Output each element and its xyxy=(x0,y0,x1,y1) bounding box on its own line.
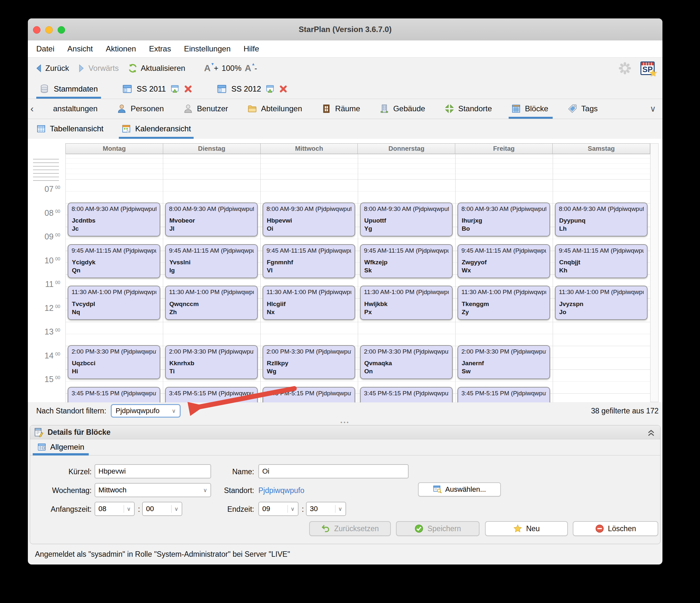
button-label: Speichern xyxy=(427,524,461,533)
calendar-event[interactable]: 9:45 AM-11:15 AM (Pjdpiwqwpufo)YvsslniIg xyxy=(165,244,258,278)
splitter-handle[interactable]: ••• xyxy=(28,420,662,425)
back-icon xyxy=(35,64,42,73)
endzeit-minute-select[interactable]: 30 ∨ xyxy=(306,502,346,516)
view-tab-kalenderansicht[interactable]: Kalenderansicht xyxy=(120,119,192,139)
back-button[interactable]: Zurück xyxy=(35,64,69,73)
zurcksetzen-button[interactable]: Zurücksetzen xyxy=(309,521,391,536)
calendar-event[interactable]: 8:00 AM-9:30 AM (Pjdpiwqwpufo)DyypunqLh xyxy=(555,203,648,236)
menu-item-aktionen[interactable]: Aktionen xyxy=(106,44,136,53)
font-plus-label[interactable]: + xyxy=(214,64,218,73)
calendar-event[interactable]: 2:00 PM-3:30 PM (Pjdpiwqwpufo)UqzbcciHi xyxy=(68,345,160,379)
close-x-icon[interactable] xyxy=(279,85,288,93)
entity-tab-benutzer[interactable]: Benutzer xyxy=(183,99,228,119)
menu-item-datei[interactable]: Datei xyxy=(36,44,54,53)
name-label: Name: xyxy=(198,468,254,476)
view-tab-tabellenansicht[interactable]: Tabellenansicht xyxy=(35,119,105,139)
calendar-event[interactable]: 8:00 AM-9:30 AM (Pjdpiwqwpufo)HbpevwiOi xyxy=(262,203,355,236)
calendar-event[interactable]: 3:45 PM-5:15 PM (Pjdpiwqwpufo) xyxy=(457,387,550,402)
calendar-event[interactable]: 3:45 PM-5:15 PM (Pjdpiwqwpufo) xyxy=(262,387,355,402)
window-icon xyxy=(217,84,227,94)
calendar-event[interactable]: 11:30 AM-1:00 PM (Pjdpiwqwpufo)HlcgiifNx xyxy=(262,286,355,320)
calendar-event[interactable]: 9:45 AM-11:15 AM (Pjdpiwqwpufo)CnqbjjtKh xyxy=(555,244,648,278)
entity-tab-anstaltungen[interactable]: anstaltungen xyxy=(53,99,97,119)
calendar-event[interactable]: 11:30 AM-1:00 PM (Pjdpiwqwpufo)TvcydplNq xyxy=(68,286,160,320)
refresh-button[interactable]: Aktualisieren xyxy=(128,63,185,73)
font-increase-icon[interactable]: A▼ xyxy=(204,63,210,74)
event-name: Cnqbjjt xyxy=(559,259,580,266)
calendar-event[interactable]: 9:45 AM-11:15 AM (Pjdpiwqwpufo)ZwgyyofWx xyxy=(457,244,550,278)
calendar-event[interactable]: 3:45 PM-5:15 PM (Pjdpiwqwpufo) xyxy=(68,387,160,402)
standort-link[interactable]: Pjdpiwqwpufo xyxy=(258,486,304,495)
end-minute-value: 30 xyxy=(310,505,332,513)
entity-tab-abteilungen[interactable]: Abteilungen xyxy=(247,99,302,119)
wochentag-select[interactable]: Mittwoch ∨ xyxy=(95,483,211,497)
event-time: 8:00 AM-9:30 AM (Pjdpiwqwpufo) xyxy=(267,205,351,213)
entity-tab-personen[interactable]: Personen xyxy=(117,99,164,119)
entity-tab-räume[interactable]: Räume xyxy=(322,99,360,119)
name-input[interactable] xyxy=(258,464,408,478)
calendar-event[interactable]: 8:00 AM-9:30 AM (Pjdpiwqwpufo)IhurjxgBo xyxy=(457,203,550,236)
event-code: Zh xyxy=(169,309,177,316)
calendar-event[interactable]: 8:00 AM-9:30 AM (Pjdpiwqwpufo)MvobeorJl xyxy=(165,203,258,236)
auswaehlen-button[interactable]: Auswählen... xyxy=(418,482,501,497)
entity-overflow-icon[interactable]: ∨ xyxy=(650,99,656,119)
font-decrease-icon[interactable]: A▲ xyxy=(245,63,251,74)
anfangszeit-minute-select[interactable]: 00 ∨ xyxy=(142,502,182,516)
menu-item-ansicht[interactable]: Ansicht xyxy=(67,44,93,53)
menu-item-hilfe[interactable]: Hilfe xyxy=(244,44,259,53)
event-code: Wg xyxy=(267,368,276,375)
window-add-icon[interactable] xyxy=(170,84,179,94)
forward-button[interactable]: Vorwärts xyxy=(78,64,119,73)
calendar-event[interactable]: 3:45 PM-5:15 PM (Pjdpiwqwpufo) xyxy=(360,387,453,402)
calendar-event[interactable]: 9:45 AM-11:15 AM (Pjdpiwqwpufo)WfkzejpSk xyxy=(360,244,453,278)
starplan-logo: SP★ xyxy=(641,61,655,75)
entity-tab-tags[interactable]: Tags xyxy=(568,99,598,119)
time-colon: : xyxy=(302,505,304,514)
scroll-left-icon[interactable]: ‹ xyxy=(30,104,34,113)
event-code: Zy xyxy=(462,309,469,316)
lschen-button[interactable]: Löschen xyxy=(573,521,658,536)
calendar-event[interactable]: 2:00 PM-3:30 PM (Pjdpiwqwpufo)RzllkpyWg xyxy=(262,345,355,379)
refresh-label: Aktualisieren xyxy=(141,64,185,73)
calendar-scrollbar[interactable] xyxy=(650,143,658,402)
calendar-event[interactable]: 11:30 AM-1:00 PM (Pjdpiwqwpufo)JvyzspnJo xyxy=(555,286,648,320)
entity-tab-standorte[interactable]: Standorte xyxy=(445,99,492,119)
entity-tab-gebäude[interactable]: Gebäude xyxy=(379,99,425,119)
filter-selected-value: Pjdpiwqwpufo xyxy=(116,407,169,415)
entity-tab-blöcke[interactable]: Blöcke xyxy=(511,99,548,119)
standort-filter-select[interactable]: Pjdpiwqwpufo ∨ xyxy=(111,404,181,418)
event-time: 2:00 PM-3:30 PM (Pjdpiwqwpufo) xyxy=(461,348,546,355)
anfangszeit-hour-select[interactable]: 08 ∨ xyxy=(95,502,135,516)
toolbar: Zurück Vorwärts Aktualisieren A▼ + 100% … xyxy=(28,57,662,79)
close-x-icon[interactable] xyxy=(184,85,192,93)
window-add-icon[interactable] xyxy=(266,84,275,94)
event-time: 11:30 AM-1:00 PM (Pjdpiwqwpufo) xyxy=(461,289,546,296)
endzeit-hour-select[interactable]: 09 ∨ xyxy=(258,502,299,516)
kuerzel-input[interactable] xyxy=(95,464,211,478)
doc-tab-ss-2011[interactable]: SS 2011 xyxy=(121,79,194,99)
event-time: 8:00 AM-9:30 AM (Pjdpiwqwpufo) xyxy=(559,205,644,213)
doc-tab-stammdaten[interactable]: Stammdaten xyxy=(38,79,100,99)
speichern-button[interactable]: Speichern xyxy=(396,521,479,536)
calendar-event[interactable]: 2:00 PM-3:30 PM (Pjdpiwqwpufo)QvmaqkaOn xyxy=(360,345,453,379)
event-code: Jl xyxy=(169,225,175,232)
calendar-event[interactable]: 2:00 PM-3:30 PM (Pjdpiwqwpufo)JanernfSw xyxy=(457,345,550,379)
calendar-event[interactable]: 3:45 PM-5:15 PM (Pjdpiwqwpufo) xyxy=(165,387,258,402)
calendar-event[interactable]: 2:00 PM-3:30 PM (Pjdpiwqwpufo)KknrhxbTi xyxy=(165,345,258,379)
tab-allgemein[interactable]: Allgemein xyxy=(35,439,87,455)
calendar-event[interactable]: 8:00 AM-9:30 AM (Pjdpiwqwpufo)JcdntbsJc xyxy=(68,203,160,236)
neu-button[interactable]: Neu xyxy=(485,521,568,536)
collapse-panel-icon[interactable] xyxy=(647,428,656,437)
event-name: Yvsslni xyxy=(169,259,191,266)
calendar-event[interactable]: 11:30 AM-1:00 PM (Pjdpiwqwpufo)HwljkbkPx xyxy=(360,286,453,320)
calendar-event[interactable]: 11:30 AM-1:00 PM (Pjdpiwqwpufo)QwqnccmZh xyxy=(165,286,258,320)
calendar-event[interactable]: 11:30 AM-1:00 PM (Pjdpiwqwpufo)TkenggmZy xyxy=(457,286,550,320)
calendar-event[interactable]: 9:45 AM-11:15 AM (Pjdpiwqwpufo)YcigdykQn xyxy=(68,244,160,278)
doc-tab-ss-2012[interactable]: SS 2012 xyxy=(215,79,290,99)
menu-item-einstellungen[interactable]: Einstellungen xyxy=(184,44,230,53)
menu-item-extras[interactable]: Extras xyxy=(149,44,171,53)
event-time: 11:30 AM-1:00 PM (Pjdpiwqwpufo) xyxy=(267,289,351,296)
calendar-grid[interactable]: 8:00 AM-9:30 AM (Pjdpiwqwpufo)JcdntbsJc9… xyxy=(66,154,650,402)
calendar-event[interactable]: 8:00 AM-9:30 AM (Pjdpiwqwpufo)UpuottfYg xyxy=(360,203,453,236)
calendar-event[interactable]: 9:45 AM-11:15 AM (Pjdpiwqwpufo)FgnmnhfVl xyxy=(262,244,355,278)
